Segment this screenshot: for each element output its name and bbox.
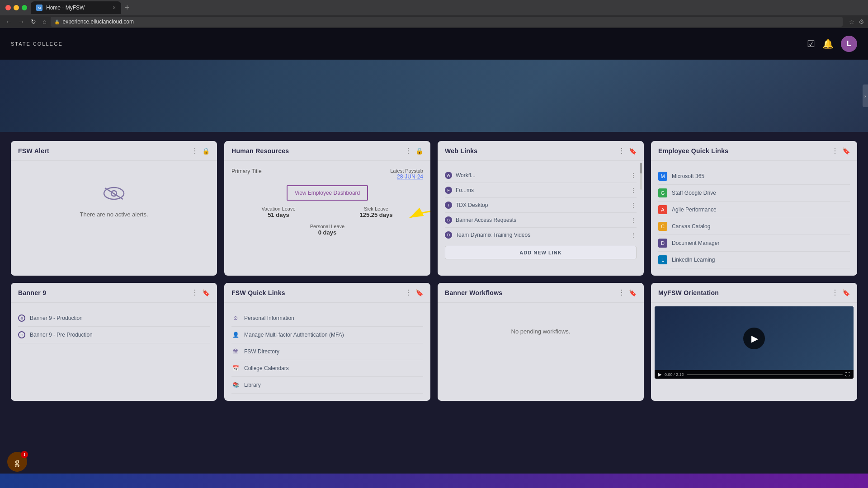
list-item[interactable]: 📅 College Calendars: [231, 360, 423, 377]
banner-access-more-btn[interactable]: ⋮: [630, 216, 637, 224]
video-progress-bar[interactable]: [687, 374, 843, 375]
banner-workflows-more-btn[interactable]: ⋮: [618, 288, 625, 297]
eql-actions: ⋮ 🔖: [831, 146, 850, 155]
list-item[interactable]: ⊕ Banner 9 - Production: [18, 310, 210, 327]
video-fullscreen-btn[interactable]: ⛶: [845, 372, 850, 377]
list-item[interactable]: L LinkedIn Learning: [658, 252, 850, 268]
banner-workflows-card: Banner Workflows ⋮ 🔖 No pending workflow…: [438, 283, 644, 401]
goodreads-notification-badge: 1: [21, 451, 28, 458]
hr-actions: ⋮ 🔒: [405, 146, 423, 155]
forms-more-btn[interactable]: ⋮: [630, 187, 637, 194]
refresh-btn[interactable]: ↻: [29, 17, 38, 26]
hr-paystub-date[interactable]: 28-JUN-24: [390, 174, 423, 180]
myfsw-bookmark-icon[interactable]: 🔖: [842, 289, 850, 296]
eql-more-btn[interactable]: ⋮: [831, 146, 839, 155]
hr-card-header: Human Resources ⋮ 🔒: [224, 141, 430, 161]
list-item[interactable]: M Microsoft 365: [658, 168, 850, 185]
web-links-header: Web Links ⋮ 🔖: [438, 141, 644, 161]
list-item[interactable]: 📚 Library: [231, 377, 423, 394]
list-item[interactable]: A Agile Performance: [658, 202, 850, 218]
main-content: FSW Alert ⋮ 🔒 There are no activ: [0, 132, 868, 488]
banner9-card: Banner 9 ⋮ 🔖 ⊕ Banner 9 - Production ⊕ B…: [11, 283, 217, 401]
fsw-alert-more-btn[interactable]: ⋮: [191, 146, 198, 155]
workflow-more-btn[interactable]: ⋮: [630, 172, 637, 179]
tab-close-btn[interactable]: ×: [113, 5, 116, 11]
sick-leave-label: Sick Leave: [329, 206, 423, 211]
linkedin-label: LinkedIn Learning: [672, 257, 715, 263]
personal-leave: Personal Leave 0 days: [231, 224, 423, 236]
web-links-title: Web Links: [445, 147, 477, 155]
add-new-link-btn[interactable]: ADD NEW LINK: [445, 246, 637, 259]
banner9-more-btn[interactable]: ⋮: [191, 288, 198, 297]
minimize-btn[interactable]: [14, 5, 19, 10]
new-tab-btn[interactable]: +: [121, 3, 133, 13]
hr-paystub-label: Latest Paystub: [390, 168, 423, 174]
web-links-more-btn[interactable]: ⋮: [618, 146, 625, 155]
view-employee-dashboard-btn[interactable]: View Employee Dashboard: [287, 185, 368, 201]
canvas-icon: C: [658, 222, 667, 231]
header-logo: STATE COLLEGE: [11, 41, 63, 47]
back-btn[interactable]: ←: [4, 17, 14, 26]
list-item[interactable]: ⊕ Banner 9 - Pre Production: [18, 327, 210, 343]
agile-icon: A: [658, 205, 667, 214]
list-item[interactable]: G Staff Google Drive: [658, 185, 850, 202]
forward-btn[interactable]: →: [16, 17, 26, 26]
workflow-link[interactable]: Workfl...: [456, 172, 627, 178]
banner9-prod-label: Banner 9 - Production: [30, 315, 83, 321]
fsw-alert-actions: ⋮ 🔒: [191, 146, 210, 155]
banner9-bookmark-icon[interactable]: 🔖: [202, 289, 210, 296]
banner-workflows-bookmark-icon[interactable]: 🔖: [629, 289, 637, 296]
fsw-ql-body: ⊙ Personal Information 👤 Manage Multi-fa…: [224, 303, 430, 401]
play-icon: ▶: [751, 333, 758, 344]
no-alerts-text: There are no active alerts.: [80, 211, 148, 218]
video-thumbnail: ▶: [655, 306, 854, 370]
training-more-btn[interactable]: ⋮: [630, 231, 637, 239]
hr-title: Human Resources: [231, 147, 289, 155]
library-icon: 📚: [231, 381, 240, 389]
extensions-btn[interactable]: ⚙: [859, 18, 864, 25]
header-right: ☑ 🔔 L: [807, 36, 857, 52]
fsw-ql-title: FSW Quick Links: [231, 289, 285, 296]
browser-toolbar-icons: ☆ ⚙: [849, 18, 864, 25]
myfsw-more-btn[interactable]: ⋮: [831, 288, 839, 297]
close-btn[interactable]: [5, 5, 11, 10]
address-bar[interactable]: 🔒 experience.elluciancloud.com: [51, 17, 843, 27]
list-item[interactable]: ⊙ Personal Information: [231, 310, 423, 327]
eql-bookmark-icon[interactable]: 🔖: [842, 147, 850, 155]
maximize-btn[interactable]: [22, 5, 27, 10]
banner-access-link[interactable]: Banner Access Requests: [456, 217, 627, 223]
mfa-label: Manage Multi-factor Authentication (MFA): [244, 332, 344, 338]
hr-lock-icon: 🔒: [415, 147, 423, 155]
play-button[interactable]: ▶: [743, 328, 765, 349]
globe-icon: ⊕: [18, 314, 25, 322]
video-play-btn[interactable]: ▶: [658, 372, 662, 377]
list-item[interactable]: D Document Manager: [658, 235, 850, 252]
tdx-link[interactable]: TDX Desktop: [456, 202, 627, 208]
forms-link[interactable]: Fo...ms: [456, 187, 627, 193]
star-btn[interactable]: ☆: [849, 18, 855, 25]
list-item[interactable]: 👤 Manage Multi-factor Authentication (MF…: [231, 327, 423, 343]
tasks-btn[interactable]: ☑: [807, 38, 815, 49]
myfsw-header: MyFSW Orientation ⋮ 🔖: [651, 283, 857, 303]
browser-tab[interactable]: M Home - MyFSW ×: [31, 1, 121, 14]
fsw-ql-bookmark-icon[interactable]: 🔖: [415, 289, 423, 296]
list-item[interactable]: 🏛 FSW Directory: [231, 343, 423, 360]
home-btn[interactable]: ⌂: [41, 17, 48, 26]
tdx-more-btn[interactable]: ⋮: [630, 202, 637, 209]
hr-more-btn[interactable]: ⋮: [405, 146, 412, 155]
training-link[interactable]: Team Dynamix Training Videos: [456, 232, 627, 238]
myfsw-orientation-card: MyFSW Orientation ⋮ 🔖: [651, 283, 857, 401]
banner-access-icon: B: [445, 216, 452, 224]
vacation-leave: Vacation Leave 51 days: [231, 206, 326, 218]
avatar[interactable]: L: [841, 36, 857, 52]
tdx-icon: T: [445, 202, 452, 209]
fsw-ql-more-btn[interactable]: ⋮: [405, 288, 412, 297]
list-item[interactable]: C Canvas Catalog: [658, 218, 850, 235]
notifications-btn[interactable]: 🔔: [822, 38, 834, 49]
web-links-bookmark-icon[interactable]: 🔖: [629, 147, 637, 155]
list-item: W Workfl... ⋮: [445, 168, 637, 183]
banner-workflows-title: Banner Workflows: [445, 289, 502, 296]
workflow-icon: W: [445, 172, 452, 179]
sidebar-toggle[interactable]: ›: [863, 84, 868, 107]
goodreads-badge[interactable]: g 1: [7, 452, 27, 472]
